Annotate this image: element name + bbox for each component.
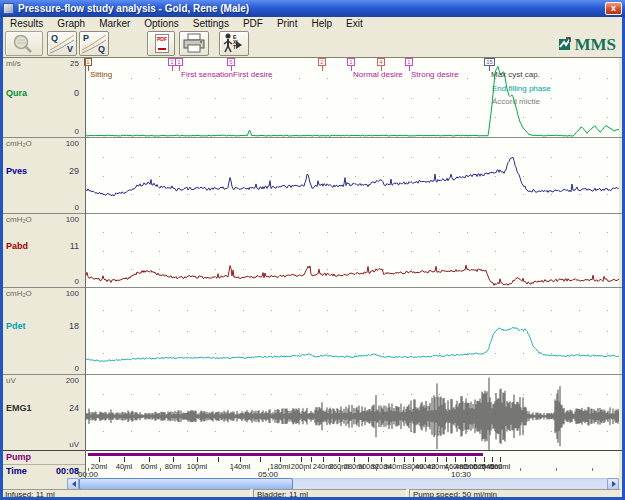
mms-logo: MMS [557, 35, 616, 55]
channel-value: 18 [69, 321, 79, 331]
channel-pves-plot [85, 138, 619, 213]
menu-exit[interactable]: Exit [339, 17, 370, 30]
menu-options[interactable]: Options [137, 17, 185, 30]
channel-emg1: uV 200 EMG1 24 uV [0, 374, 622, 450]
menu-marker[interactable]: Marker [92, 17, 137, 30]
channel-pdet-plot [85, 288, 619, 374]
volume-label: 560ml [487, 462, 513, 471]
qv-letter-v: V [67, 44, 73, 54]
volume-tick [311, 457, 312, 462]
pq-graph-button[interactable]: P Q [79, 31, 109, 56]
mms-logo-icon [557, 36, 572, 55]
time-value: 00:08 [0, 466, 79, 476]
time-minor-tick [520, 468, 521, 471]
channel-value: 24 [69, 403, 79, 413]
time-minor-tick [412, 468, 413, 471]
pump-bar [88, 453, 483, 456]
time-minor-tick [124, 468, 125, 471]
status-bar: Infused: 11 ml Bladder: 11 ml Pump speed… [0, 489, 625, 500]
title-bar: Pressure-flow study analysis - Gold, Ren… [0, 0, 625, 17]
volume-tick [218, 457, 219, 462]
menu-results[interactable]: Results [3, 17, 50, 30]
channel-qura-labels: ml/s 25 Qura 0 0 [0, 58, 85, 137]
window-title: Pressure-flow study analysis - Gold, Ren… [18, 3, 605, 14]
channel-min: uV [69, 440, 79, 449]
time-minor-tick [304, 468, 305, 471]
pdf-export-button[interactable]: PDF [147, 31, 175, 56]
channel-pdet-labels: cmH₂O 100 Pdet 18 0 [0, 288, 85, 374]
close-icon[interactable]: x [605, 2, 622, 15]
channel-value: 29 [69, 166, 79, 176]
channel-max: 100 [66, 139, 79, 148]
menu-pdf[interactable]: PDF [236, 17, 270, 30]
channel-unit: uV [6, 376, 16, 385]
channel-min: 0 [75, 127, 79, 136]
print-button[interactable] [179, 31, 209, 56]
channel-max: 100 [66, 215, 79, 224]
pump-row-label: Pump [6, 452, 31, 462]
channel-unit: cmH₂O [6, 139, 32, 148]
menu-print[interactable]: Print [270, 17, 305, 30]
volume-label: 140ml [227, 462, 253, 471]
channel-pves: cmH₂O 100 Pves 29 0 [0, 137, 622, 213]
bottom-axes: Pump Time 00:08 20ml40ml60ml80ml100ml140… [0, 450, 622, 478]
time-minor-tick [484, 468, 485, 471]
time-minor-tick [232, 468, 233, 471]
channel-max: 25 [70, 59, 79, 68]
time-minor-tick [376, 468, 377, 471]
menu-help[interactable]: Help [304, 17, 339, 30]
volume-label: 100ml [184, 462, 210, 471]
channel-unit: ml/s [6, 59, 21, 68]
channel-qura: ml/s 25 Qura 0 0 [0, 58, 622, 137]
channel-pabd: cmH₂O 100 Pabd 11 0 [0, 213, 622, 287]
channel-name: EMG1 [6, 403, 32, 413]
channel-unit: cmH₂O [6, 215, 32, 224]
exit-arrow-icon [236, 41, 246, 49]
qv-graph-button[interactable]: Q V [47, 31, 77, 56]
channel-pves-labels: cmH₂O 100 Pves 29 0 [0, 138, 85, 213]
channel-unit: cmH₂O [6, 289, 32, 298]
mms-logo-text: MMS [574, 35, 616, 55]
app-icon [3, 3, 14, 14]
channel-name: Pdet [6, 321, 26, 331]
menu-settings[interactable]: Settings [186, 17, 236, 30]
printer-icon [180, 41, 208, 56]
toolbar: Q V P Q PDF [3, 30, 622, 58]
time-minor-tick [340, 468, 341, 471]
menu-graph[interactable]: Graph [50, 17, 92, 30]
channel-name: Pabd [6, 241, 28, 251]
menu-bar: Results Graph Marker Options Settings PD… [3, 17, 622, 30]
app-window: Pressure-flow study analysis - Gold, Ren… [0, 0, 625, 500]
channel-min: 0 [75, 364, 79, 373]
volume-label: 80ml [160, 462, 186, 471]
channel-name: Qura [6, 88, 27, 98]
channel-max: 100 [66, 289, 79, 298]
time-minor-tick [556, 468, 557, 471]
volume-tick [404, 457, 405, 462]
pq-letter-p: P [83, 33, 89, 43]
pump-row-divider [0, 464, 85, 465]
channel-qura-plot [85, 58, 619, 137]
magnifier-icon [6, 41, 42, 56]
channel-max: 200 [66, 376, 79, 385]
channel-pabd-plot [85, 214, 619, 287]
channel-min: 0 [75, 277, 79, 286]
channel-value: 11 [70, 241, 79, 251]
channel-name: Pves [6, 166, 27, 176]
time-minor-tick [592, 468, 593, 471]
volume-tick [260, 457, 261, 462]
channel-pdet: cmH₂O 100 Pdet 18 0 [0, 287, 622, 374]
pq-letter-q: Q [98, 44, 105, 54]
time-minor-tick [160, 468, 161, 471]
status-pump-speed: Pump speed: 50 ml/min [409, 489, 621, 499]
pdf-icon: PDF [155, 34, 169, 53]
channel-pabd-labels: cmH₂O 100 Pabd 11 0 [0, 214, 85, 287]
time-minor-tick [196, 468, 197, 471]
plot-left-border [85, 58, 86, 478]
zoom-preview-button[interactable] [5, 31, 43, 56]
volume-label: 60ml [136, 462, 162, 471]
channel-min: 0 [75, 203, 79, 212]
channel-emg1-plot [85, 375, 619, 450]
exit-button[interactable]: EXIT [219, 31, 249, 56]
axis-layer: 20ml40ml60ml80ml100ml140ml180ml200ml240m… [85, 451, 619, 478]
